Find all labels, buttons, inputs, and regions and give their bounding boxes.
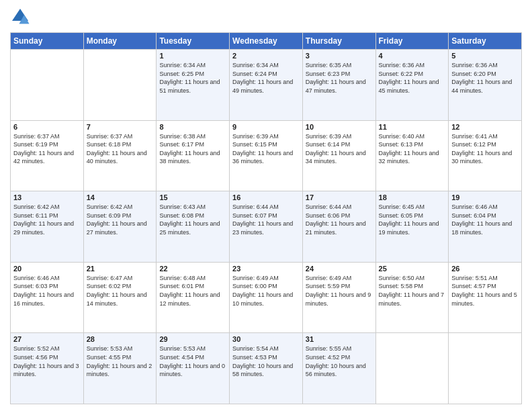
calendar-cell: 22Sunrise: 6:48 AMSunset: 6:01 PMDayligh…	[157, 262, 230, 333]
weekday-header: Monday	[83, 33, 157, 50]
calendar-cell: 27Sunrise: 5:52 AMSunset: 4:56 PMDayligh…	[11, 333, 84, 404]
calendar-cell: 25Sunrise: 6:50 AMSunset: 5:58 PMDayligh…	[375, 262, 449, 333]
calendar-cell: 15Sunrise: 6:43 AMSunset: 6:08 PMDayligh…	[157, 191, 230, 263]
cell-day-number: 19	[451, 193, 519, 201]
cell-info: Sunrise: 6:37 AMSunset: 6:19 PMDaylight:…	[13, 132, 81, 166]
cell-day-number: 23	[232, 265, 300, 273]
calendar-cell	[449, 333, 522, 404]
calendar-cell: 6Sunrise: 6:37 AMSunset: 6:19 PMDaylight…	[11, 120, 84, 191]
cell-day-number: 18	[379, 193, 446, 201]
calendar-page: SundayMondayTuesdayWednesdayThursdayFrid…	[0, 0, 532, 411]
header	[10, 7, 522, 27]
cell-info: Sunrise: 6:35 AMSunset: 6:23 PMDaylight:…	[306, 61, 373, 95]
cell-day-number: 1	[159, 52, 226, 60]
cell-day-number: 2	[232, 52, 300, 60]
calendar-cell	[11, 50, 84, 121]
calendar-cell: 24Sunrise: 6:49 AMSunset: 5:59 PMDayligh…	[302, 262, 375, 333]
calendar-week-row: 27Sunrise: 5:52 AMSunset: 4:56 PMDayligh…	[11, 333, 522, 404]
cell-info: Sunrise: 6:34 AMSunset: 6:25 PMDaylight:…	[159, 61, 226, 95]
cell-day-number: 4	[379, 52, 446, 60]
cell-info: Sunrise: 6:42 AMSunset: 6:11 PMDaylight:…	[13, 203, 81, 236]
calendar-cell: 14Sunrise: 6:42 AMSunset: 6:09 PMDayligh…	[83, 191, 157, 263]
cell-info: Sunrise: 6:44 AMSunset: 6:06 PMDaylight:…	[306, 203, 373, 236]
logo-icon	[10, 7, 30, 27]
cell-info: Sunrise: 5:52 AMSunset: 4:56 PMDaylight:…	[13, 345, 81, 378]
calendar-week-row: 20Sunrise: 6:46 AMSunset: 6:03 PMDayligh…	[11, 262, 522, 333]
cell-info: Sunrise: 6:46 AMSunset: 6:04 PMDaylight:…	[451, 203, 519, 236]
calendar-cell: 1Sunrise: 6:34 AMSunset: 6:25 PMDaylight…	[157, 50, 230, 121]
weekday-header: Tuesday	[157, 33, 230, 50]
cell-info: Sunrise: 6:46 AMSunset: 6:03 PMDaylight:…	[13, 274, 81, 308]
calendar-cell: 13Sunrise: 6:42 AMSunset: 6:11 PMDayligh…	[11, 191, 84, 263]
calendar-cell: 26Sunrise: 5:51 AMSunset: 4:57 PMDayligh…	[449, 262, 522, 333]
calendar-cell: 8Sunrise: 6:38 AMSunset: 6:17 PMDaylight…	[157, 120, 230, 191]
cell-info: Sunrise: 6:44 AMSunset: 6:07 PMDaylight:…	[232, 203, 300, 236]
cell-info: Sunrise: 5:53 AMSunset: 4:55 PMDaylight:…	[87, 345, 154, 378]
cell-day-number: 6	[13, 123, 81, 131]
calendar-cell: 30Sunrise: 5:54 AMSunset: 4:53 PMDayligh…	[230, 333, 303, 404]
cell-info: Sunrise: 6:39 AMSunset: 6:14 PMDaylight:…	[306, 132, 373, 166]
cell-info: Sunrise: 6:49 AMSunset: 6:00 PMDaylight:…	[232, 274, 300, 308]
cell-day-number: 11	[379, 123, 446, 131]
cell-day-number: 26	[451, 265, 519, 273]
cell-info: Sunrise: 6:34 AMSunset: 6:24 PMDaylight:…	[232, 61, 300, 95]
calendar-cell: 28Sunrise: 5:53 AMSunset: 4:55 PMDayligh…	[83, 333, 157, 404]
cell-day-number: 17	[306, 193, 373, 201]
cell-info: Sunrise: 6:45 AMSunset: 6:05 PMDaylight:…	[379, 203, 446, 236]
weekday-header: Friday	[375, 33, 449, 50]
calendar-cell: 21Sunrise: 6:47 AMSunset: 6:02 PMDayligh…	[83, 262, 157, 333]
cell-day-number: 12	[451, 123, 519, 131]
cell-info: Sunrise: 6:37 AMSunset: 6:18 PMDaylight:…	[87, 132, 154, 166]
cell-info: Sunrise: 6:36 AMSunset: 6:22 PMDaylight:…	[379, 61, 446, 95]
calendar-cell: 3Sunrise: 6:35 AMSunset: 6:23 PMDaylight…	[302, 50, 375, 121]
cell-day-number: 20	[13, 265, 81, 273]
cell-day-number: 25	[379, 265, 446, 273]
cell-info: Sunrise: 6:39 AMSunset: 6:15 PMDaylight:…	[232, 132, 300, 166]
cell-info: Sunrise: 5:54 AMSunset: 4:53 PMDaylight:…	[232, 345, 300, 378]
calendar-cell: 10Sunrise: 6:39 AMSunset: 6:14 PMDayligh…	[302, 120, 375, 191]
calendar-cell: 9Sunrise: 6:39 AMSunset: 6:15 PMDaylight…	[230, 120, 303, 191]
cell-day-number: 13	[13, 193, 81, 201]
calendar-cell: 31Sunrise: 5:55 AMSunset: 4:52 PMDayligh…	[302, 333, 375, 404]
cell-day-number: 16	[232, 193, 300, 201]
cell-info: Sunrise: 6:49 AMSunset: 5:59 PMDaylight:…	[306, 274, 373, 308]
cell-day-number: 15	[159, 193, 226, 201]
calendar-cell	[375, 333, 449, 404]
cell-info: Sunrise: 6:38 AMSunset: 6:17 PMDaylight:…	[159, 132, 226, 166]
cell-day-number: 30	[232, 335, 300, 343]
cell-day-number: 10	[306, 123, 373, 131]
calendar-week-row: 6Sunrise: 6:37 AMSunset: 6:19 PMDaylight…	[11, 120, 522, 191]
cell-day-number: 5	[451, 52, 519, 60]
calendar-cell: 4Sunrise: 6:36 AMSunset: 6:22 PMDaylight…	[375, 50, 449, 121]
calendar-cell: 12Sunrise: 6:41 AMSunset: 6:12 PMDayligh…	[449, 120, 522, 191]
weekday-header: Saturday	[449, 33, 522, 50]
cell-info: Sunrise: 6:36 AMSunset: 6:20 PMDaylight:…	[451, 61, 519, 95]
calendar-cell: 11Sunrise: 6:40 AMSunset: 6:13 PMDayligh…	[375, 120, 449, 191]
calendar-cell	[83, 50, 157, 121]
calendar-cell: 20Sunrise: 6:46 AMSunset: 6:03 PMDayligh…	[11, 262, 84, 333]
cell-info: Sunrise: 5:51 AMSunset: 4:57 PMDaylight:…	[451, 274, 519, 308]
cell-day-number: 31	[306, 335, 373, 343]
calendar-cell: 16Sunrise: 6:44 AMSunset: 6:07 PMDayligh…	[230, 191, 303, 263]
cell-day-number: 28	[87, 335, 154, 343]
cell-day-number: 29	[159, 335, 226, 343]
calendar-cell: 5Sunrise: 6:36 AMSunset: 6:20 PMDaylight…	[449, 50, 522, 121]
calendar-cell: 19Sunrise: 6:46 AMSunset: 6:04 PMDayligh…	[449, 191, 522, 263]
cell-info: Sunrise: 6:41 AMSunset: 6:12 PMDaylight:…	[451, 132, 519, 166]
logo	[10, 7, 32, 27]
calendar-cell: 29Sunrise: 5:53 AMSunset: 4:54 PMDayligh…	[157, 333, 230, 404]
cell-info: Sunrise: 5:53 AMSunset: 4:54 PMDaylight:…	[159, 345, 226, 378]
cell-day-number: 21	[87, 265, 154, 273]
cell-info: Sunrise: 5:55 AMSunset: 4:52 PMDaylight:…	[306, 345, 373, 378]
cell-day-number: 14	[87, 193, 154, 201]
cell-info: Sunrise: 6:50 AMSunset: 5:58 PMDaylight:…	[379, 274, 446, 308]
weekday-header: Thursday	[302, 33, 375, 50]
cell-day-number: 27	[13, 335, 81, 343]
calendar-cell: 7Sunrise: 6:37 AMSunset: 6:18 PMDaylight…	[83, 120, 157, 191]
calendar-cell: 18Sunrise: 6:45 AMSunset: 6:05 PMDayligh…	[375, 191, 449, 263]
calendar-week-row: 1Sunrise: 6:34 AMSunset: 6:25 PMDaylight…	[11, 50, 522, 121]
calendar-week-row: 13Sunrise: 6:42 AMSunset: 6:11 PMDayligh…	[11, 191, 522, 263]
cell-info: Sunrise: 6:47 AMSunset: 6:02 PMDaylight:…	[87, 274, 154, 308]
calendar-cell: 17Sunrise: 6:44 AMSunset: 6:06 PMDayligh…	[302, 191, 375, 263]
cell-info: Sunrise: 6:40 AMSunset: 6:13 PMDaylight:…	[379, 132, 446, 166]
